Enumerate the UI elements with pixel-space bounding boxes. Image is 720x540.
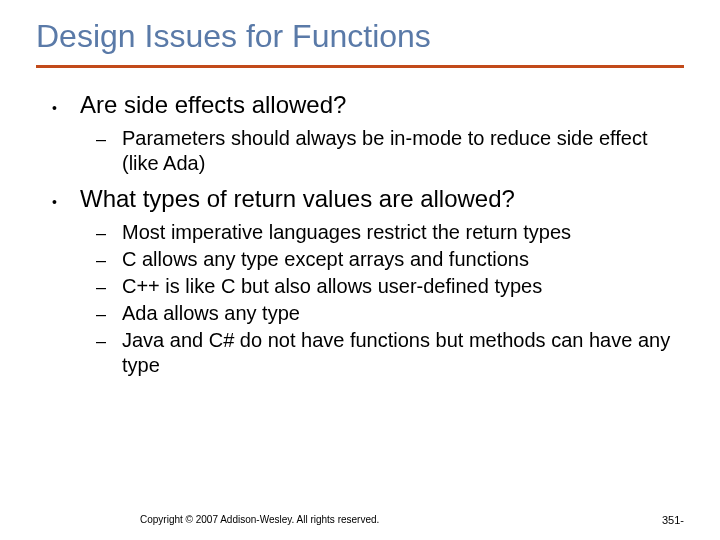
- page-number: 351-: [662, 514, 684, 526]
- title-rule: [36, 65, 684, 68]
- sub-marker: –: [96, 277, 122, 298]
- sub-text: C++ is like C but also allows user-defin…: [122, 274, 542, 299]
- sub-item: – Parameters should always be in-mode to…: [96, 126, 684, 176]
- bullet-text: Are side effects allowed?: [80, 90, 346, 120]
- sub-marker: –: [96, 129, 122, 150]
- sub-text: Parameters should always be in-mode to r…: [122, 126, 684, 176]
- bullet-marker: •: [52, 100, 80, 116]
- slide: Design Issues for Functions • Are side e…: [0, 0, 720, 378]
- sub-marker: –: [96, 250, 122, 271]
- slide-title: Design Issues for Functions: [36, 18, 684, 55]
- sub-item: – C allows any type except arrays and fu…: [96, 247, 684, 272]
- sub-item: – C++ is like C but also allows user-def…: [96, 274, 684, 299]
- bullet-item: • Are side effects allowed? – Parameters…: [52, 90, 684, 176]
- sub-marker: –: [96, 223, 122, 244]
- bullet-text: What types of return values are allowed?: [80, 184, 515, 214]
- bullet-list: • Are side effects allowed? – Parameters…: [36, 90, 684, 378]
- sub-text: Ada allows any type: [122, 301, 300, 326]
- sub-item: – Ada allows any type: [96, 301, 684, 326]
- sub-item: – Java and C# do not have functions but …: [96, 328, 684, 378]
- sub-marker: –: [96, 304, 122, 325]
- sub-list: – Most imperative languages restrict the…: [52, 220, 684, 378]
- sub-text: Java and C# do not have functions but me…: [122, 328, 684, 378]
- sub-text: Most imperative languages restrict the r…: [122, 220, 571, 245]
- sub-marker: –: [96, 331, 122, 352]
- copyright-text: Copyright © 2007 Addison-Wesley. All rig…: [140, 514, 379, 526]
- footer: Copyright © 2007 Addison-Wesley. All rig…: [0, 514, 720, 526]
- sub-item: – Most imperative languages restrict the…: [96, 220, 684, 245]
- bullet-marker: •: [52, 194, 80, 210]
- bullet-item: • What types of return values are allowe…: [52, 184, 684, 378]
- sub-list: – Parameters should always be in-mode to…: [52, 126, 684, 176]
- sub-text: C allows any type except arrays and func…: [122, 247, 529, 272]
